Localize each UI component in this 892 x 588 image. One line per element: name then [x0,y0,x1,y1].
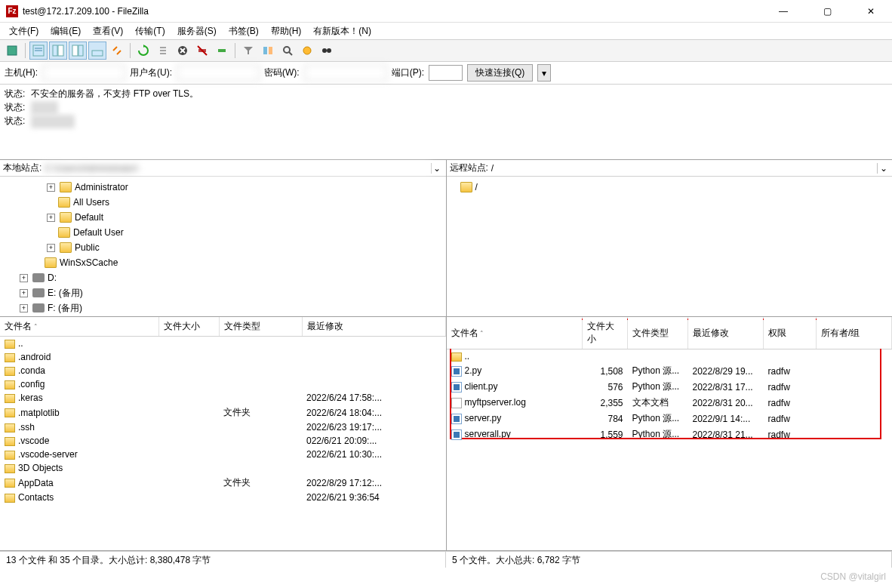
col-type[interactable]: 文件类型 [219,317,302,337]
sync-browse-icon[interactable] [108,42,126,60]
quickconnect-button[interactable]: 快速连接(Q) [467,64,533,82]
user-input[interactable] [177,65,260,81]
reconnect-icon[interactable] [213,42,231,60]
table-row[interactable]: .vscode022/6/21 20:09:... [0,434,445,448]
refresh-icon[interactable] [134,42,152,60]
search-icon[interactable] [278,42,297,60]
menu-help[interactable]: 帮助(H) [266,23,306,39]
port-input[interactable] [429,65,463,81]
local-status: 13 个文件 和 35 个目录。大小总计: 8,380,478 字节 [0,552,446,568]
col-name[interactable]: 文件名 [447,317,583,349]
sitemanager-icon[interactable] [3,42,21,60]
table-row[interactable]: 3D Objects [0,461,445,475]
watermark: CSDN @vitalgirl [820,571,886,582]
menu-bookmark[interactable]: 书签(B) [224,23,263,39]
settings-icon[interactable] [298,42,316,60]
tree-item[interactable]: Default User [3,225,443,240]
local-path-input[interactable] [42,162,430,175]
col-size[interactable]: 文件大小 [158,317,219,337]
filter-icon[interactable] [239,42,257,60]
compare-icon[interactable] [259,42,277,60]
table-row[interactable]: .keras2022/6/24 17:58:... [0,391,445,405]
table-row[interactable]: 2.py1,508Python 源...2022/8/29 19...radfw [447,363,892,379]
table-row[interactable]: myftpserver.log2,355文本文档2022/8/31 20...r… [447,395,892,411]
maximize-button[interactable]: ▢ [812,1,842,22]
table-row[interactable]: .config [0,377,445,391]
expand-icon[interactable]: + [20,289,28,297]
folder-icon [58,197,70,208]
expand-icon[interactable]: + [47,244,55,252]
cancel-icon[interactable] [174,42,192,60]
table-row[interactable]: Contacts2022/6/21 9:36:54 [0,491,445,504]
svg-point-23 [322,48,327,53]
table-row[interactable]: client.py576Python 源...2022/8/31 17...ra… [447,379,892,395]
folder-icon [58,227,70,238]
toggle-queue-icon[interactable] [88,42,106,60]
tree-item[interactable]: +Default [3,210,443,225]
toggle-log-icon[interactable] [29,42,48,60]
tree-item[interactable]: +E: (备用) [3,285,443,300]
remote-tree-pane: 远程站点: ⌄ / [447,160,893,316]
tree-item[interactable]: All Users [3,195,443,210]
tree-panes: 本地站点: ⌄ +AdministratorAll Users+DefaultD… [0,160,892,317]
menu-edit[interactable]: 编辑(E) [46,23,85,39]
table-row[interactable]: .conda [0,364,445,377]
local-tree[interactable]: +AdministratorAll Users+DefaultDefault U… [0,177,446,316]
table-row[interactable]: AppData文件夹2022/8/29 17:12:... [0,475,445,491]
svg-rect-4 [53,45,57,56]
expand-icon[interactable]: + [20,274,28,282]
expand-icon[interactable]: + [20,304,28,312]
menu-file[interactable]: 文件(F) [5,23,43,39]
table-row[interactable]: .. [447,349,892,364]
tree-item[interactable]: +F: (备用) [3,300,443,316]
tree-item[interactable]: / [450,180,890,195]
disconnect-icon[interactable] [193,42,211,60]
menu-view[interactable]: 查看(V) [88,23,128,39]
close-button[interactable]: ✕ [856,1,886,22]
menu-server[interactable]: 服务器(S) [173,23,221,39]
folder-icon [460,182,472,192]
local-path-dropdown-icon[interactable]: ⌄ [431,163,443,174]
local-file-list[interactable]: 文件名 文件大小 文件类型 最近修改 ...android.conda.conf… [0,317,447,550]
message-log[interactable]: 状态:不安全的服务器，不支持 FTP over TLS。 状态:已连接 状态:读… [0,85,892,160]
toggle-remotetree-icon[interactable] [69,42,87,60]
folder-icon [45,257,57,268]
svg-rect-5 [58,45,63,56]
table-row[interactable]: .. [0,337,445,351]
svg-point-20 [284,47,290,53]
tree-label: Default User [73,227,124,238]
remote-tree[interactable]: / [447,177,893,316]
minimize-button[interactable]: — [768,1,798,22]
table-row[interactable]: .android [0,350,445,364]
table-row[interactable]: serverall.py1,559Python 源...2022/8/31 21… [447,426,892,442]
expand-icon[interactable]: + [47,214,55,222]
process-queue-icon[interactable] [154,42,172,60]
tree-item[interactable]: +Administrator [3,180,443,195]
remote-path-input[interactable] [488,162,877,175]
expand-icon[interactable]: + [47,183,55,192]
remote-path-dropdown-icon[interactable]: ⌄ [877,163,889,174]
table-row[interactable]: server.py784Python 源...2022/9/1 14:...ra… [447,411,892,426]
menu-transfer[interactable]: 传输(T) [131,23,169,39]
table-row[interactable]: .ssh2022/6/23 19:17:... [0,420,445,434]
col-size[interactable]: 文件大小 [583,317,628,349]
tree-item[interactable]: +Public [3,240,443,255]
menu-newversion[interactable]: 有新版本！(N) [309,23,376,39]
table-row[interactable]: .matplotlib文件夹2022/6/24 18:04:... [0,405,445,420]
col-name[interactable]: 文件名 [0,317,158,337]
log-label: 状态: [5,88,25,101]
table-row[interactable]: .vscode-server2022/6/21 10:30:... [0,448,445,461]
toggle-localtree-icon[interactable] [49,42,67,60]
quickconnect-dropdown-icon[interactable]: ▾ [537,64,551,82]
host-input[interactable] [42,65,125,81]
col-type[interactable]: 文件类型 [628,317,688,349]
col-mod[interactable]: 最近修改 [302,317,445,337]
binoculars-icon[interactable] [318,42,336,60]
col-perm[interactable]: 权限 [764,317,817,349]
tree-item[interactable]: WinSxSCache [3,255,443,270]
tree-item[interactable]: +D: [3,270,443,285]
col-mod[interactable]: 最近修改 [688,317,764,349]
col-owner[interactable]: 所有者/组 [817,317,892,349]
remote-file-list[interactable]: 文件名 文件大小 文件类型 最近修改 权限 所有者/组 ..2.py1,508P… [447,317,893,550]
pass-input[interactable] [304,65,387,81]
